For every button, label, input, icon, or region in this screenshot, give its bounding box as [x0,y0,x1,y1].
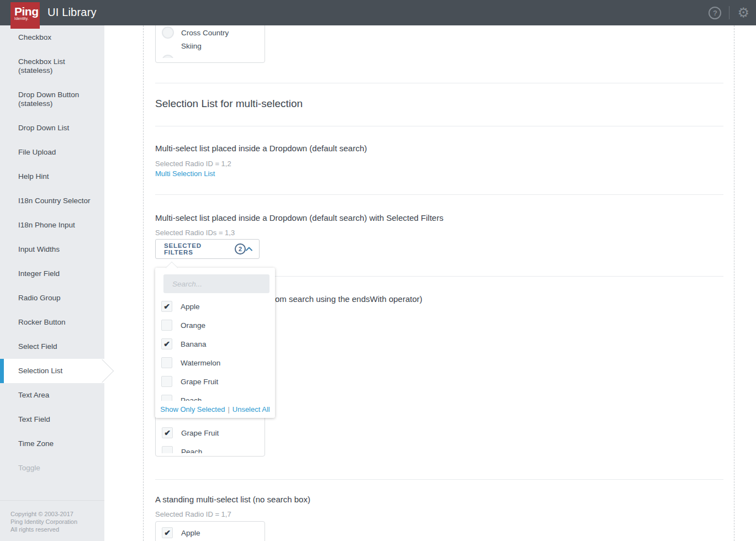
ping-identity-logo[interactable]: Ping Identity. [10,2,40,29]
divider [155,194,723,195]
sidebar-item-select-field[interactable]: Select Field [0,335,104,359]
sidebar-item-toggle[interactable]: Toggle [0,456,104,480]
selected-radio-id-text-2: Selected Radio ID = 1,7 [155,510,231,518]
header-divider [729,6,729,19]
ui-library-page: Cross Country Skiing Selection List for … [0,0,756,541]
sidebar-item-label: Toggle [18,464,40,472]
logo-brand-text: Ping [14,6,40,18]
checkbox-checked-icon[interactable]: ✔ [162,427,173,438]
sidebar-item-rocker-button[interactable]: Rocker Button [0,310,104,335]
selected-radio-id-text: Selected Radio ID = 1,2 [155,160,231,168]
section-heading-custom-search-partial: om search using the endsWith operator) [275,294,422,304]
list-item-label: Apple [181,303,200,311]
sidebar-item-label: Text Field [18,415,50,423]
list-item-label: Banana [181,340,207,348]
search-input[interactable] [172,280,271,288]
radio-list-item-partial[interactable] [162,55,174,58]
multi-selection-list-link[interactable]: Multi Selection List [155,169,215,178]
sidebar-item-label: I18n Country Selector [18,197,91,205]
checkbox-checked-icon[interactable]: ✔ [161,301,172,312]
list-item[interactable]: Orange [155,316,275,335]
sidebar-item-checkbox-list-stateless-[interactable]: Checkbox List (stateless) [0,50,104,83]
show-only-selected-link[interactable]: Show Only Selected [160,405,225,413]
search-box[interactable] [163,274,269,293]
page-title: Selection List for multi-selection [155,98,303,110]
sidebar-item-label: Time Zone [18,439,54,448]
chevron-up-icon [246,247,252,251]
divider [155,479,723,480]
sidebar-item-label: Checkbox [18,33,51,41]
help-icon[interactable]: ? [709,7,721,19]
gear-icon[interactable]: ⚙ [737,6,749,19]
sidebar-item-input-widths[interactable]: Input Widths [0,237,104,262]
sidebar-item-help-hint[interactable]: Help Hint [0,165,104,189]
sidebar-item-label: Drop Down Button (stateless) [18,91,79,108]
selected-radio-ids-text: Selected Radio IDs = 1,3 [155,229,235,237]
section-heading-selected-filters: Multi-select list placed inside a Dropdo… [155,213,443,222]
radio-list-item[interactable]: Cross Country Skiing [162,26,243,53]
sidebar-item-selection-list[interactable]: Selection List [0,359,104,383]
sidebar-item-radio-group[interactable]: Radio Group [0,286,104,310]
list-item[interactable]: Watermelon [155,353,275,372]
list-item-label: Apple [181,529,200,537]
sidebar-item-drop-down-button-stateless-[interactable]: Drop Down Button (stateless) [0,83,104,116]
list-item[interactable]: ✔Apple [155,297,275,316]
standing-list-box: ✔Apple [155,521,265,541]
sidebar-nav: CheckboxCheckbox List (stateless)Drop Do… [0,25,104,480]
list-item[interactable]: ✔Apple [156,523,265,541]
divider [155,126,723,126]
list-item-label: Grape Fruit [181,429,219,437]
radio-icon[interactable] [162,26,174,39]
dropdown-item-list: ✔AppleOrange✔BananaWatermelonGrape Fruit… [155,297,275,401]
checkbox-checked-icon[interactable]: ✔ [161,338,172,349]
sidebar-item-label: Radio Group [18,294,61,302]
sidebar-item-label: Select Field [18,342,57,351]
radio-item-label: Cross Country Skiing [181,26,243,53]
selected-item-arrow [91,359,114,383]
sidebar-footer: Copyright © 2003-2017 Ping Identity Corp… [0,500,104,541]
sidebar-item-file-upload[interactable]: File Upload [0,140,104,165]
copyright-line: Ping Identity Corporation [10,518,99,526]
sidebar-item-integer-field[interactable]: Integer Field [0,262,104,286]
unselect-all-link[interactable]: Unselect All [232,405,270,413]
selected-filters-button[interactable]: SELECTED FILTERS 2 [155,239,260,259]
app-title: UI Library [47,6,97,19]
copyright-line: Copyright © 2003-2017 [10,510,99,518]
checkbox-icon[interactable] [161,320,172,331]
divider [155,83,723,83]
sidebar-item-label: Integer Field [18,269,60,278]
checkbox-icon[interactable] [161,376,172,387]
sidebar-item-text-field[interactable]: Text Field [0,407,104,432]
sidebar-item-label: Rocker Button [18,318,66,326]
list-item-label: Peach [181,448,202,454]
list-item[interactable]: Peach [155,391,275,401]
list-item-label: Watermelon [181,359,220,367]
sidebar-item-drop-down-list[interactable]: Drop Down List [0,116,104,140]
component-sidebar: CheckboxCheckbox List (stateless)Drop Do… [0,25,104,541]
sidebar-item-checkbox[interactable]: Checkbox [0,25,104,50]
sidebar-item-label: Text Area [18,391,49,399]
checkbox-icon[interactable] [161,357,172,368]
list-item[interactable]: Peach [156,442,265,453]
radio-icon[interactable] [162,55,174,58]
radio-list-box: Cross Country Skiing [155,21,265,63]
app-header: UI Library ? ⚙ [0,0,756,25]
sidebar-item-i18n-country-selector[interactable]: I18n Country Selector [0,189,104,213]
filter-count-badge: 2 [235,243,246,254]
checkbox-icon[interactable] [161,395,172,401]
sidebar-item-text-area[interactable]: Text Area [0,383,104,407]
sidebar-item-label: Checkbox List (stateless) [18,57,65,75]
checkbox-checked-icon[interactable]: ✔ [162,527,173,538]
checkbox-icon[interactable] [162,446,173,453]
list-item-label: Grape Fruit [181,378,218,386]
list-item-label: Orange [181,321,205,330]
sidebar-item-label: I18n Phone Input [18,221,75,229]
sidebar-item-i18n-phone-input[interactable]: I18n Phone Input [0,213,104,237]
list-item[interactable]: ✔Grape Fruit [156,423,265,442]
list-item[interactable]: Grape Fruit [155,372,275,391]
selected-filters-label: SELECTED FILTERS [164,242,231,256]
list-item[interactable]: ✔Banana [155,335,275,353]
sidebar-item-time-zone[interactable]: Time Zone [0,432,104,456]
sidebar-item-label: Input Widths [18,245,60,253]
sidebar-item-label: Drop Down List [18,124,69,132]
